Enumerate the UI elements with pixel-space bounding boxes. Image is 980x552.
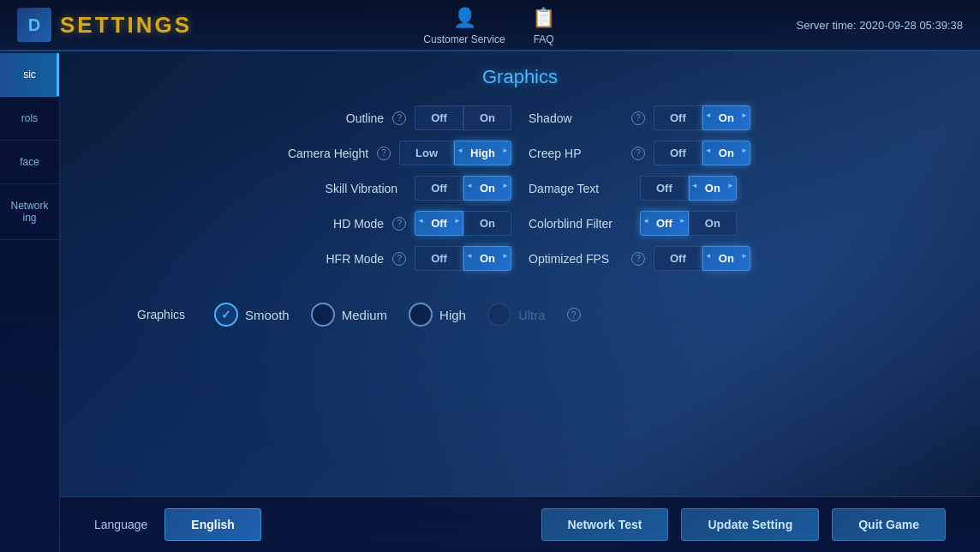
- camera-height-help-icon[interactable]: ?: [377, 147, 391, 160]
- shadow-off-btn[interactable]: Off: [654, 105, 702, 130]
- optimized-fps-label: Optimized FPS: [529, 252, 623, 266]
- damage-text-off-btn[interactable]: Off: [640, 176, 689, 201]
- hfr-mode-setting: HFR Mode ? Off On: [86, 246, 511, 271]
- logo-letter: D: [28, 15, 40, 35]
- main-content: Graphics Outline ? Off On Camera Height …: [60, 53, 980, 552]
- logo: D: [17, 8, 51, 42]
- update-setting-button[interactable]: Update Setting: [681, 508, 819, 541]
- server-time: Server time: 2020-09-28 05:39:38: [797, 19, 963, 32]
- creep-hp-toggle: Off On: [654, 141, 750, 165]
- camera-low-btn[interactable]: Low: [399, 141, 454, 165]
- graphics-smooth-radio[interactable]: [214, 303, 238, 327]
- graphics-high-option[interactable]: High: [409, 303, 466, 327]
- shadow-setting: Shadow ? Off On: [529, 105, 954, 130]
- customer-service-label: Customer Service: [423, 33, 505, 45]
- network-test-button[interactable]: Network Test: [541, 508, 669, 541]
- damage-text-on-btn[interactable]: On: [689, 176, 737, 201]
- graphics-smooth-label: Smooth: [245, 308, 290, 322]
- creep-hp-setting: Creep HP ? Off On: [529, 141, 954, 165]
- sidebar-item-network[interactable]: Networking: [0, 184, 59, 240]
- hd-mode-on-btn[interactable]: On: [463, 211, 511, 236]
- hfr-mode-label: HFR Mode: [298, 252, 384, 266]
- camera-high-btn[interactable]: High: [454, 141, 511, 165]
- camera-height-toggle: Low High: [399, 141, 511, 165]
- skill-vibration-setting: Skill Vibration Off On: [86, 176, 511, 201]
- camera-height-label: Camera Height: [283, 147, 368, 160]
- camera-height-setting: Camera Height ? Low High: [86, 141, 511, 165]
- skill-vibration-label: Skill Vibration: [312, 182, 397, 195]
- page-title: SETTINGS: [60, 12, 192, 39]
- damage-text-toggle: Off On: [640, 176, 737, 201]
- header: D SETTINGS 👤 Customer Service 📋 FAQ Serv…: [0, 0, 980, 51]
- skill-vibration-toggle: Off On: [415, 176, 511, 201]
- quit-game-button[interactable]: Quit Game: [832, 508, 946, 541]
- colorblind-filter-toggle: Off On: [640, 211, 737, 236]
- colorblind-filter-on-btn[interactable]: On: [689, 211, 737, 236]
- customer-service-nav[interactable]: 👤 Customer Service: [423, 5, 505, 45]
- language-english-button[interactable]: English: [164, 508, 261, 541]
- creep-hp-help-icon[interactable]: ?: [631, 147, 645, 160]
- damage-text-setting: Damage Text Off On: [529, 176, 954, 201]
- sidebar: sic rols face Networking: [0, 53, 60, 552]
- hfr-mode-toggle: Off On: [415, 246, 511, 271]
- graphics-ultra-label: Ultra: [518, 308, 546, 322]
- optimized-fps-help-icon[interactable]: ?: [631, 252, 645, 266]
- shadow-help-icon[interactable]: ?: [631, 111, 645, 125]
- graphics-medium-option[interactable]: Medium: [311, 303, 387, 327]
- graphics-medium-radio[interactable]: [311, 303, 335, 327]
- sidebar-item-controls[interactable]: rols: [0, 97, 59, 141]
- sidebar-item-label: sic: [23, 69, 36, 81]
- optimized-fps-toggle: Off On: [654, 246, 750, 271]
- creep-hp-label: Creep HP: [529, 147, 623, 160]
- graphics-quality-help-icon[interactable]: ?: [567, 308, 581, 321]
- shadow-on-btn[interactable]: On: [702, 105, 750, 130]
- graphics-smooth-option[interactable]: Smooth: [214, 303, 290, 327]
- outline-toggle: Off On: [415, 105, 511, 130]
- creep-hp-on-btn[interactable]: On: [702, 141, 750, 165]
- outline-setting: Outline ? Off On: [86, 105, 511, 130]
- graphics-ultra-radio[interactable]: [487, 303, 511, 327]
- graphics-ultra-option[interactable]: Ultra: [487, 303, 546, 327]
- hfr-mode-on-btn[interactable]: On: [463, 246, 511, 271]
- language-label: Language: [94, 518, 147, 531]
- optimized-fps-off-btn[interactable]: Off: [654, 246, 702, 271]
- faq-icon: 📋: [531, 5, 557, 31]
- graphics-high-radio[interactable]: [409, 303, 433, 327]
- graphics-medium-label: Medium: [342, 308, 387, 322]
- section-title: Graphics: [86, 66, 954, 88]
- graphics-quality-label: Graphics: [137, 308, 197, 321]
- sidebar-item-label: rols: [21, 112, 38, 124]
- faq-nav[interactable]: 📋 FAQ: [531, 5, 557, 45]
- hfr-mode-off-btn[interactable]: Off: [415, 246, 463, 271]
- outline-off-btn[interactable]: Off: [415, 105, 463, 130]
- hd-mode-off-btn[interactable]: Off: [415, 211, 463, 236]
- optimized-fps-setting: Optimized FPS ? Off On: [529, 246, 954, 271]
- hd-mode-setting: HD Mode ? Off On: [86, 211, 511, 236]
- hd-mode-label: HD Mode: [298, 217, 384, 231]
- left-column: Outline ? Off On Camera Height ? Low Hig…: [86, 105, 511, 281]
- creep-hp-off-btn[interactable]: Off: [654, 141, 702, 165]
- graphics-quality-section: Graphics Smooth Medium High Ultra ?: [137, 303, 954, 327]
- optimized-fps-on-btn[interactable]: On: [702, 246, 750, 271]
- sidebar-item-basic[interactable]: sic: [0, 53, 59, 97]
- hd-mode-toggle: Off On: [415, 211, 511, 236]
- colorblind-filter-off-btn[interactable]: Off: [640, 211, 689, 236]
- header-nav: 👤 Customer Service 📋 FAQ: [423, 5, 556, 45]
- colorblind-filter-setting: Colorblind Filter Off On: [529, 211, 954, 236]
- outline-on-btn[interactable]: On: [463, 105, 511, 130]
- sidebar-item-label: Networking: [10, 200, 48, 224]
- shadow-toggle: Off On: [654, 105, 750, 130]
- outline-label: Outline: [298, 111, 384, 125]
- outline-help-icon[interactable]: ?: [392, 111, 406, 125]
- hfr-mode-help-icon[interactable]: ?: [392, 252, 406, 266]
- customer-service-icon: 👤: [451, 5, 477, 31]
- damage-text-label: Damage Text: [529, 182, 623, 195]
- bottom-bar: Language English Network Test Update Set…: [60, 496, 980, 552]
- colorblind-filter-label: Colorblind Filter: [529, 217, 623, 231]
- skill-vibration-off-btn[interactable]: Off: [415, 176, 463, 201]
- skill-vibration-on-btn[interactable]: On: [463, 176, 511, 201]
- graphics-quality-radio-group: Smooth Medium High Ultra ?: [214, 303, 581, 327]
- hd-mode-help-icon[interactable]: ?: [392, 217, 406, 231]
- shadow-label: Shadow: [529, 111, 623, 125]
- sidebar-item-interface[interactable]: face: [0, 141, 59, 184]
